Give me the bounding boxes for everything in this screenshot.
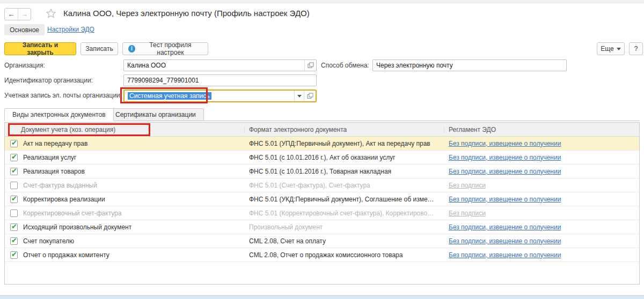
more-button[interactable]: Еще bbox=[597, 42, 625, 55]
row-document-label: Счет-фактура выданный bbox=[23, 182, 245, 189]
table-row[interactable]: Акт на передачу прав ФНС 5.01 (УПД:Перви… bbox=[5, 137, 639, 151]
info-icon bbox=[128, 45, 135, 53]
row-checkbox[interactable] bbox=[10, 223, 18, 231]
table-row[interactable]: Корректировка реализации ФНС 5.01 (УКД:П… bbox=[5, 192, 639, 206]
column-header-format[interactable]: Формат электронного документа bbox=[245, 126, 444, 133]
exchange-method-label: Способ обмена: bbox=[321, 62, 369, 69]
row-reglament-link[interactable]: Без подписи, извещение о получении bbox=[444, 154, 639, 161]
window-top-strip bbox=[0, 0, 644, 3]
row-reglament-link[interactable]: Без подписи, извещение о получении bbox=[444, 223, 639, 231]
document-kinds-table: Документ учета (хоз. операция) Формат эл… bbox=[4, 122, 640, 285]
org-id-field[interactable]: 7799098294_779901001 bbox=[123, 74, 317, 86]
row-format-label: CML 2.08, Счет на оплату bbox=[245, 237, 444, 245]
row-format-label: ФНС 5.01 (с 10.01.2016 г.), Товарная нак… bbox=[245, 168, 444, 175]
chevron-down-icon bbox=[617, 48, 621, 50]
table-row[interactable]: Реализация товаров ФНС 5.01 (с 10.01.201… bbox=[5, 165, 639, 178]
row-reglament-link[interactable]: Без подписи bbox=[444, 182, 639, 189]
open-link-icon[interactable] bbox=[304, 60, 316, 71]
row-format-label: Произвольный документ bbox=[245, 223, 444, 231]
column-header-document[interactable]: Документ учета (хоз. операция) bbox=[5, 126, 245, 133]
organization-field[interactable]: Калина ООО bbox=[123, 59, 317, 71]
row-document-label: Счет покупателю bbox=[23, 237, 245, 245]
table-header: Документ учета (хоз. операция) Формат эл… bbox=[5, 123, 639, 137]
row-checkbox[interactable] bbox=[10, 182, 18, 189]
row-document-label: Корректировка реализации bbox=[23, 196, 245, 203]
row-format-label: ФНС 5.01 (Корректировочный счет-фактура)… bbox=[245, 210, 444, 217]
email-account-field[interactable]: Системная учетная запись bbox=[123, 89, 317, 102]
table-row[interactable]: Реализация услуг ФНС 5.01 (с 10.01.2016 … bbox=[5, 151, 639, 165]
save-and-close-button[interactable]: Записать и закрыть bbox=[4, 42, 76, 55]
row-document-label: Реализация товаров bbox=[23, 168, 245, 175]
tab-org-certificates[interactable]: Сертификаты организации bbox=[107, 108, 204, 121]
row-reglament-link[interactable]: Без подписи bbox=[444, 210, 639, 217]
row-format-label: ФНС 5.01 (УПД:Первичный документ), Акт н… bbox=[245, 140, 444, 147]
org-id-value: 7799098294_779901001 bbox=[124, 77, 316, 84]
row-document-label: Исходящий произвольный документ bbox=[23, 223, 245, 231]
row-checkbox[interactable] bbox=[10, 210, 18, 217]
table-row[interactable]: Корректировочный счет-фактура ФНС 5.01 (… bbox=[5, 206, 639, 220]
table-body: Акт на передачу прав ФНС 5.01 (УПД:Перви… bbox=[5, 137, 639, 262]
table-row[interactable]: Счет-фактура выданный ФНС 5.01 (Счет-фак… bbox=[5, 178, 639, 192]
exchange-method-field[interactable]: Через электронную почту bbox=[372, 59, 567, 71]
row-checkbox[interactable] bbox=[10, 196, 18, 203]
table-row[interactable]: Исходящий произвольный документ Произвол… bbox=[5, 220, 639, 234]
test-profile-button[interactable]: Тест профиля настроек bbox=[122, 42, 208, 55]
row-format-label: ФНС 5.01 (УКД:Первичный документ), Согла… bbox=[245, 196, 444, 203]
row-checkbox[interactable] bbox=[10, 237, 18, 245]
row-reglament-link[interactable]: Без подписи, извещение о получении bbox=[444, 196, 639, 203]
edo-settings-link[interactable]: Настройки ЭДО bbox=[47, 26, 94, 33]
row-checkbox[interactable] bbox=[10, 251, 18, 259]
window-bottom-strip bbox=[0, 295, 644, 299]
row-reglament-link[interactable]: Без подписи, извещение о получении bbox=[444, 251, 639, 259]
email-account-value: Системная учетная запись bbox=[128, 92, 211, 100]
more-label: Еще bbox=[601, 45, 613, 53]
row-reglament-link[interactable]: Без подписи, извещение о получении bbox=[444, 168, 639, 175]
row-format-label: CML 2.08, Отчет о продажах комиссионного… bbox=[245, 251, 444, 259]
row-reglament-link[interactable]: Без подписи, извещение о получении bbox=[444, 237, 639, 245]
table-row[interactable]: Отчет о продажах комитенту CML 2.08, Отч… bbox=[5, 248, 639, 262]
email-account-label: Учетная запись эл. почты организации: bbox=[4, 92, 122, 99]
open-link-icon[interactable] bbox=[304, 91, 316, 101]
favorite-star-icon[interactable] bbox=[45, 8, 57, 19]
tab-main[interactable]: Основное bbox=[4, 24, 45, 35]
edo-profile-window: Калина ООО, Через электронную почту (Про… bbox=[0, 0, 644, 299]
organization-value: Калина ООО bbox=[124, 62, 304, 69]
row-document-label: Реализация услуг bbox=[23, 154, 245, 161]
row-document-label: Акт на передачу прав bbox=[23, 140, 245, 147]
test-profile-label: Тест профиля настроек bbox=[138, 41, 202, 56]
forward-icon[interactable] bbox=[18, 9, 31, 20]
organization-label: Организация: bbox=[4, 62, 45, 69]
row-checkbox[interactable] bbox=[10, 140, 18, 147]
row-document-label: Отчет о продажах комитенту bbox=[23, 251, 245, 259]
dropdown-arrow-icon[interactable] bbox=[294, 91, 304, 101]
row-document-label: Корректировочный счет-фактура bbox=[23, 210, 245, 217]
row-format-label: ФНС 5.01 (с 10.01.2016 г.), Акт об оказа… bbox=[245, 154, 444, 161]
row-checkbox[interactable] bbox=[10, 154, 18, 161]
back-icon[interactable] bbox=[5, 9, 18, 20]
history-nav-group bbox=[4, 8, 31, 20]
column-header-reglament[interactable]: Регламент ЭДО bbox=[444, 126, 639, 133]
exchange-method-value: Через электронную почту bbox=[373, 62, 566, 69]
row-reglament-link[interactable]: Без подписи, извещение о получении bbox=[444, 140, 639, 147]
table-row[interactable]: Счет покупателю CML 2.08, Счет на оплату… bbox=[5, 234, 639, 248]
help-button[interactable]: ? bbox=[629, 42, 643, 55]
row-checkbox[interactable] bbox=[10, 168, 18, 175]
save-button[interactable]: Записать bbox=[80, 42, 118, 55]
tab-document-kinds[interactable]: Виды электронных документов bbox=[4, 108, 114, 121]
page-title: Калина ООО, Через электронную почту (Про… bbox=[63, 9, 310, 18]
row-format-label: ФНС 5.01 (Счет-фактура), Счет-фактура bbox=[245, 182, 444, 189]
org-id-label: Идентификатор организации: bbox=[4, 77, 93, 84]
